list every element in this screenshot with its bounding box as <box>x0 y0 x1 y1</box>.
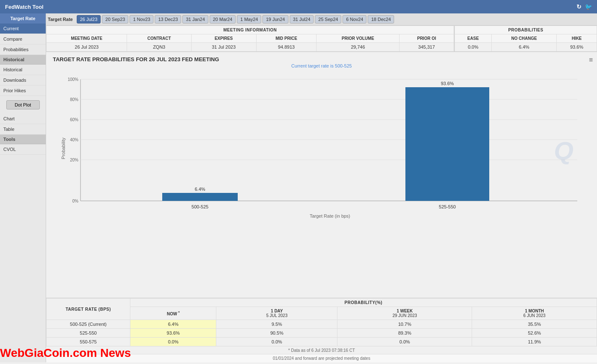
footnote: * Data as of 6 Jul 2023 07:38:16 CT <box>46 346 597 354</box>
svg-text:Target Rate (in bps): Target Rate (in bps) <box>310 213 350 218</box>
sidebar-item-prior-hikes[interactable]: Prior Hikes <box>0 86 46 96</box>
tab-18dec24[interactable]: 18 Dec24 <box>368 15 394 23</box>
sidebar-tools-header: Tools <box>0 135 46 144</box>
contract-value: ZQN3 <box>127 43 191 52</box>
bar-chart: Probability 100% 80% 60% 40% <box>53 71 590 222</box>
prior-oi-value: 345,317 <box>399 43 454 52</box>
prior-volume-value: 29,746 <box>317 43 400 52</box>
top-bar: FedWatch Tool ↻ 🐦 <box>0 0 597 13</box>
month1-525-550: 52.6% <box>472 329 597 338</box>
col-meeting-date: MEETING DATE <box>47 34 127 43</box>
svg-text:6.4%: 6.4% <box>195 187 205 192</box>
svg-text:500-525: 500-525 <box>192 204 208 209</box>
rate-550-575: 550-575 <box>47 338 130 346</box>
expires-value: 31 Jul 2023 <box>191 43 256 52</box>
tab-20sep23[interactable]: 20 Sep23 <box>102 15 128 23</box>
col-expires: EXPIRES <box>191 34 256 43</box>
sidebar-item-downloads[interactable]: Downloads <box>0 75 46 86</box>
week1-550-575: 0.0% <box>337 338 472 346</box>
tab-1may24[interactable]: 1 May24 <box>237 15 261 23</box>
tab-31jul24[interactable]: 31 Jul24 <box>290 15 314 23</box>
probabilities-table: PROBABILITIES EASE NO CHANGE HIKE 0.0% 6… <box>454 26 597 52</box>
sidebar-item-compare[interactable]: Compare <box>0 34 46 44</box>
info-section: MEETING INFORMATION MEETING DATE CONTRAC… <box>46 26 597 52</box>
tab-19jun24[interactable]: 19 Jun24 <box>262 15 288 23</box>
svg-text:0%: 0% <box>73 199 79 203</box>
rate-500-525: 500-525 (Current) <box>47 320 130 329</box>
prob-table-section: TARGET RATE (BPS) PROBABILITY(%) NOW * 1… <box>46 298 597 362</box>
tab-6nov24[interactable]: 6 Nov24 <box>343 15 366 23</box>
app-title: FedWatch Tool <box>5 4 44 10</box>
col-now: NOW * <box>130 307 216 320</box>
month1-500-525: 35.5% <box>472 320 597 329</box>
sidebar-target-rate-header[interactable]: Target Rate <box>0 13 46 23</box>
prob-row-550-575: 550-575 0.0% 0.0% 0.0% 11.9% <box>47 338 597 346</box>
content-area: Target Rate 26 Jul23 20 Sep23 1 Nov23 13… <box>46 13 597 362</box>
meeting-info-table: MEETING INFORMATION MEETING DATE CONTRAC… <box>46 26 454 52</box>
hike-value: 93.6% <box>557 43 597 52</box>
ease-value: 0.0% <box>455 43 492 52</box>
probabilities-row: 0.0% 6.4% 93.6% <box>455 43 597 52</box>
col-contract: CONTRACT <box>127 34 191 43</box>
chart-section: ≡ TARGET RATE PROBABILITIES FOR 26 JUL 2… <box>46 52 597 298</box>
col-prior-volume: PRIOR VOLUME <box>317 34 400 43</box>
tab-25sep24[interactable]: 25 Sep24 <box>315 15 341 23</box>
meeting-info-row: 26 Jul 2023 ZQN3 31 Jul 2023 94.8913 29,… <box>47 43 454 52</box>
bar-525-550 <box>405 87 489 201</box>
footer-note: 01/01/2024 and forward are projected mee… <box>46 354 597 362</box>
tabs-row: Target Rate 26 Jul23 20 Sep23 1 Nov23 13… <box>46 13 597 26</box>
probability-pct-header: PROBABILITY(%) <box>130 299 597 307</box>
sidebar-item-probabilities[interactable]: Probabilities <box>0 44 46 55</box>
col-no-change: NO CHANGE <box>491 34 556 43</box>
sidebar-item-cvol[interactable]: CVOL <box>0 144 46 155</box>
rate-525-550: 525-550 <box>47 329 130 338</box>
svg-text:Probability: Probability <box>61 138 66 159</box>
meeting-info-title: MEETING INFORMATION <box>47 26 454 34</box>
now-525-550: 93.6% <box>130 329 216 338</box>
svg-text:20%: 20% <box>70 158 78 162</box>
sidebar-item-current[interactable]: Current <box>0 23 46 34</box>
svg-text:525-550: 525-550 <box>439 204 456 209</box>
sidebar-historical-header: Historical <box>0 55 46 65</box>
app-container: Target Rate Current Compare Probabilitie… <box>0 13 597 362</box>
svg-text:93.6%: 93.6% <box>441 81 454 86</box>
now-500-525: 6.4% <box>130 320 216 329</box>
chart-subtitle: Current target rate is 500-525 <box>53 63 590 68</box>
sidebar-item-chart[interactable]: Chart <box>0 114 46 124</box>
tab-1nov23[interactable]: 1 Nov23 <box>130 15 153 23</box>
week1-500-525: 10.7% <box>337 320 472 329</box>
prob-section-header-row: TARGET RATE (BPS) PROBABILITY(%) <box>47 299 597 307</box>
now-550-575: 0.0% <box>130 338 216 346</box>
week1-525-550: 89.3% <box>337 329 472 338</box>
chart-wrapper: Q Probability 100% 80% 60% 40% <box>53 71 590 230</box>
bar-500-525 <box>162 193 238 201</box>
top-bar-icons: ↻ 🐦 <box>576 3 592 10</box>
sidebar-item-historical[interactable]: Historical <box>0 65 46 75</box>
day1-500-525: 9.5% <box>216 320 337 329</box>
svg-text:40%: 40% <box>70 138 78 142</box>
target-rate-tab-label: Target Rate <box>48 17 75 22</box>
svg-text:100%: 100% <box>67 77 78 82</box>
refresh-icon[interactable]: ↻ <box>576 3 581 10</box>
col-mid-price: MID PRICE <box>256 34 317 43</box>
no-change-value: 6.4% <box>491 43 556 52</box>
prob-row-500-525: 500-525 (Current) 6.4% 9.5% 10.7% 35.5% <box>47 320 597 329</box>
tab-26jul23[interactable]: 26 Jul23 <box>77 15 101 23</box>
day1-525-550: 90.5% <box>216 329 337 338</box>
twitter-icon[interactable]: 🐦 <box>585 3 592 10</box>
tab-13dec23[interactable]: 13 Dec23 <box>155 15 181 23</box>
col-prior-oi: PRIOR OI <box>399 34 454 43</box>
svg-text:80%: 80% <box>70 97 78 102</box>
month1-550-575: 11.9% <box>472 338 597 346</box>
col-hike: HIKE <box>557 34 597 43</box>
chart-menu-icon[interactable]: ≡ <box>589 56 593 64</box>
col-1week: 1 WEEK29 JUN 2023 <box>337 307 472 320</box>
col-ease: EASE <box>455 34 492 43</box>
tab-31jan24[interactable]: 31 Jan24 <box>182 15 208 23</box>
target-rate-bps-header: TARGET RATE (BPS) <box>47 299 130 320</box>
tab-20mar24[interactable]: 20 Mar24 <box>210 15 236 23</box>
sidebar-item-table[interactable]: Table <box>0 124 46 135</box>
svg-text:60%: 60% <box>70 117 78 122</box>
col-1month: 1 MONTH6 JUN 2023 <box>472 307 597 320</box>
dot-plot-button[interactable]: Dot Plot <box>6 100 40 109</box>
